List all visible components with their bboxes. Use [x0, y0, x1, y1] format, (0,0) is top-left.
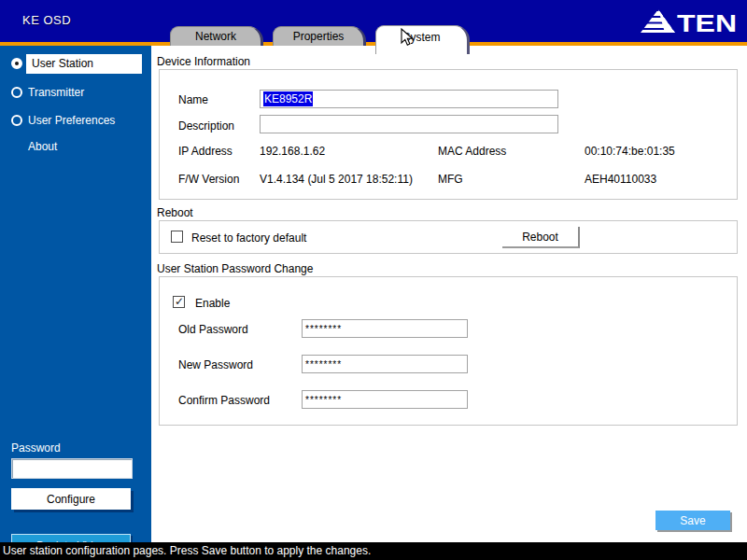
mac-address-value: 00:10:74:be:01:35: [585, 145, 675, 158]
confirm-password-label: Confirm Password: [178, 394, 270, 407]
ke-osd-window: KE OSD TEN Network Properties System Use…: [0, 0, 747, 560]
mfg-label: MFG: [438, 173, 463, 186]
enable-checkbox[interactable]: [173, 296, 185, 308]
old-password-label: Old Password: [178, 323, 248, 336]
aten-logo: TEN: [638, 7, 742, 36]
ip-address-value: 192.168.1.62: [260, 145, 325, 158]
password-change-group: Enable Old Password ******** New Passwor…: [159, 276, 738, 426]
status-bar: User station configuration pages. Press …: [0, 542, 747, 560]
sidebar: User Station Transmitter User Preference…: [0, 46, 151, 542]
sidebar-item-label[interactable]: About: [28, 140, 57, 153]
mfg-value: AEH40110033: [585, 173, 656, 186]
new-password-label: New Password: [178, 358, 253, 371]
enable-label: Enable: [195, 297, 230, 310]
sidebar-password-input[interactable]: [11, 458, 133, 479]
reboot-title: Reboot: [157, 206, 193, 219]
sidebar-item-label[interactable]: User Preferences: [28, 114, 115, 127]
sidebar-item-user-station[interactable]: User Station: [0, 54, 151, 74]
fw-version-label: F/W Version: [178, 173, 239, 186]
status-text: User station configuration pages. Press …: [3, 544, 371, 557]
reset-factory-label: Reset to factory default: [191, 231, 306, 245]
radio-unchecked-icon[interactable]: [11, 115, 22, 126]
svg-text:TEN: TEN: [677, 10, 737, 36]
name-value-selected: KE8952R: [263, 91, 313, 106]
old-password-input[interactable]: ********: [302, 319, 468, 338]
new-password-input[interactable]: ********: [302, 355, 468, 373]
tab-properties[interactable]: Properties: [273, 26, 366, 46]
reboot-button[interactable]: Reboot: [502, 227, 580, 248]
radio-unchecked-icon[interactable]: [11, 87, 22, 98]
radio-checked-icon[interactable]: [11, 58, 22, 69]
description-label: Description: [178, 119, 234, 133]
tab-system[interactable]: System: [375, 25, 470, 54]
configure-button[interactable]: Configure: [11, 488, 131, 510]
name-label: Name: [178, 93, 208, 106]
name-input[interactable]: KE8952R: [260, 90, 558, 108]
tab-network[interactable]: Network: [170, 26, 263, 46]
reboot-group: Reset to factory default Reboot: [159, 220, 738, 254]
password-change-title: User Station Password Change: [157, 262, 313, 275]
sidebar-item-label[interactable]: Transmitter: [28, 86, 84, 99]
sidebar-item-transmitter[interactable]: Transmitter: [0, 83, 151, 103]
sidebar-item-about[interactable]: About: [0, 137, 151, 157]
sidebar-item-user-preferences[interactable]: User Preferences: [0, 111, 151, 131]
app-title: KE OSD: [22, 13, 71, 27]
confirm-password-input[interactable]: ********: [302, 390, 468, 409]
device-info-title: Device Information: [157, 55, 250, 68]
sidebar-item-label[interactable]: User Station: [26, 54, 142, 74]
fw-version-value: V1.4.134 (Jul 5 2017 18:52:11): [260, 173, 413, 186]
header: KE OSD TEN: [0, 0, 747, 42]
sidebar-password-label: Password: [11, 441, 61, 455]
reset-factory-checkbox[interactable]: [171, 231, 183, 243]
save-button[interactable]: Save: [655, 511, 730, 530]
ip-address-label: IP Address: [178, 145, 233, 158]
mac-address-label: MAC Address: [438, 145, 506, 158]
description-input[interactable]: [260, 115, 558, 133]
device-info-group: Name KE8952R Description IP Address 192.…: [159, 69, 738, 200]
